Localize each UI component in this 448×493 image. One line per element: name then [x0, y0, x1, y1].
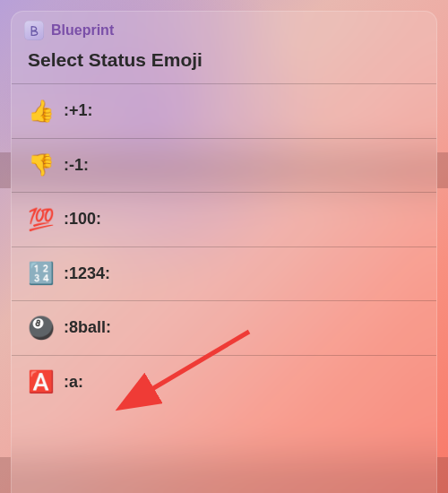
panel-title: Select Status Emoji	[12, 46, 436, 83]
emoji-item-plus1[interactable]: 👍 :+1:	[12, 84, 436, 138]
emoji-item-1234[interactable]: 🔢 :1234:	[12, 246, 436, 300]
app-name: Blueprint	[51, 22, 114, 39]
panel-header: Blueprint	[12, 12, 436, 46]
emoji-code-label: :8ball:	[64, 318, 111, 337]
blueprint-app-icon	[24, 21, 44, 40]
emoji-list: 👍 :+1: 👎 :-1: 💯 :100: 🔢 :1234: 🎱 :8ball:…	[12, 84, 436, 410]
emoji-item-8ball[interactable]: 🎱 :8ball:	[12, 301, 436, 355]
numbers-icon: 🔢	[28, 263, 55, 284]
eight-ball-icon: 🎱	[28, 317, 55, 339]
emoji-code-label: :-1:	[64, 156, 89, 175]
thumbs-up-icon: 👍	[28, 100, 55, 122]
emoji-code-label: :+1:	[64, 101, 93, 120]
emoji-picker-panel: Blueprint Select Status Emoji 👍 :+1: 👎 :…	[11, 11, 437, 493]
hundred-icon: 💯	[28, 209, 55, 230]
thumbs-down-icon: 👎	[28, 154, 55, 176]
emoji-item-minus1[interactable]: 👎 :-1:	[12, 138, 436, 192]
emoji-item-100[interactable]: 💯 :100:	[12, 193, 436, 246]
emoji-item-a[interactable]: 🅰️ :a:	[12, 355, 436, 409]
a-button-icon: 🅰️	[28, 371, 55, 393]
emoji-code-label: :1234:	[64, 264, 110, 283]
emoji-code-label: :100:	[64, 210, 101, 229]
emoji-code-label: :a:	[64, 373, 83, 392]
